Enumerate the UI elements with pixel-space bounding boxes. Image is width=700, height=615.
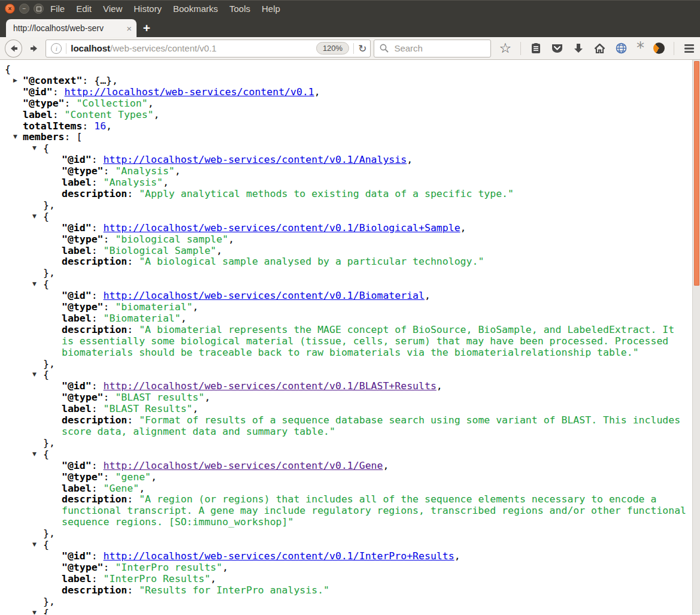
json-url-link[interactable]: http://localhost/web-services/content/v0… [104,380,437,392]
json-member-close: }, [0,528,687,540]
collapse-arrow-icon[interactable]: ▼ [32,610,37,615]
collapse-arrow-icon[interactable]: ▼ [32,281,37,287]
json-type-row: "@type": "Collection", [0,98,687,110]
json-url-link[interactable]: http://localhost/web-services/content/v0… [104,154,407,165]
extension-badge-icon[interactable] [653,43,665,54]
json-punctuation: }, [43,437,55,449]
json-punctuation: , [222,562,228,573]
json-string-value: "Format of results of a sequence databas… [62,414,680,437]
menu-edit[interactable]: Edit [76,4,92,14]
menu-view[interactable]: View [103,4,122,14]
json-punctuation: , [407,154,413,165]
json-punctuation: { [43,211,49,222]
collapse-arrow-icon[interactable]: ▼ [13,134,17,140]
json-url-link[interactable]: http://localhost/web-services/content/v0… [104,222,460,234]
active-tab[interactable]: http://localhost/web-serv × [6,19,137,37]
json-punctuation: : [82,75,94,86]
json-member-close: }, [0,268,687,279]
bookmark-star-icon[interactable]: ☆ [499,41,511,55]
json-url-link[interactable]: http://localhost/web-services/content/v0… [104,290,425,301]
menu-tools[interactable]: Tools [229,4,250,14]
urlbar-separator [353,43,354,54]
json-punctuation: : [104,562,116,573]
bookmarks-menu-icon[interactable] [530,43,542,54]
json-type-row: "@type": "biomaterial", [0,302,687,313]
json-key: label [62,483,92,494]
json-url-link[interactable]: http://localhost/web-services/content/v0… [104,460,383,471]
json-id-row: "@id": http://localhost/web-services/con… [0,551,687,562]
collapse-arrow-icon[interactable]: ▼ [32,372,37,377]
scrollbar-thumb[interactable] [694,61,699,286]
json-member-open: ▼{ [0,211,687,223]
maximize-icon [37,7,41,11]
json-string-value: "Analysis" [115,165,174,177]
json-key: "@type" [62,562,104,573]
menu-button[interactable] [683,43,695,54]
json-punctuation: }, [43,267,55,278]
zoom-level-badge[interactable]: 120% [316,42,349,54]
menu-help[interactable]: Help [262,4,280,14]
json-context-row: ▶"@context": {…}, [0,75,687,87]
window-maximize-button[interactable] [34,4,44,14]
menu-history[interactable]: History [134,4,162,14]
json-string-value: "Collection" [76,98,147,109]
window-minimize-button[interactable]: − [19,4,29,14]
json-punctuation: : [92,460,104,471]
downloads-icon[interactable] [572,43,584,54]
tab-close-icon[interactable]: × [126,23,132,34]
window-close-button[interactable]: × [5,4,15,14]
json-punctuation: : [127,493,139,505]
json-string-value: "Content Types" [65,109,154,120]
pocket-icon[interactable] [551,43,563,54]
json-string-value: "A biological sample analysed by a parti… [139,256,484,267]
collapse-arrow-icon[interactable]: ▶ [13,78,17,83]
collapse-arrow-icon[interactable]: ▼ [32,452,37,457]
json-punctuation: : [92,222,104,234]
json-id-row: "@id": http://localhost/web-services/con… [0,461,687,472]
json-member-open: ▼{ [0,143,687,154]
json-key: "@type" [62,392,104,403]
scrollbar[interactable] [692,60,700,614]
collapse-arrow-icon[interactable]: ▼ [32,542,37,547]
search-input[interactable] [393,43,486,54]
json-type-row: "@type": "Analysis", [0,166,687,177]
menu-file[interactable]: File [50,4,65,14]
tab-title: http://localhost/web-serv [13,23,124,33]
json-member-close: }, [0,359,687,370]
json-key: description [62,584,127,596]
json-root-open: { [0,64,687,75]
home-button[interactable] [593,43,606,54]
json-collapsed-object[interactable]: {…} [94,75,112,86]
json-type-row: "@type": "biological sample", [0,234,687,246]
browser-window: × − File Edit View History Bookmarks Too… [0,0,700,615]
json-description-row: description: "A biological sample analys… [0,256,687,268]
extension-splat-icon[interactable]: * [637,44,644,53]
json-url-link[interactable]: http://localhost/web-services/content/v0… [65,86,314,98]
json-punctuation: : [92,290,104,301]
url-bar[interactable]: i localhost/web-services/content/v0.1 12… [46,40,371,57]
json-label-row: label: "Content Types", [0,110,687,121]
forward-button[interactable] [25,40,43,57]
back-button[interactable] [5,40,22,57]
tab-bar: http://localhost/web-serv × + [0,17,700,37]
json-key: description [62,256,127,267]
site-info-icon[interactable]: i [51,43,62,54]
json-punctuation: , [425,290,431,301]
extension-globe-icon[interactable] [615,42,628,54]
page-content: { ▶"@context": {…}, "@id": http://localh… [0,60,700,614]
json-string-value: "A biomaterial represents the MAGE conce… [62,324,674,358]
new-tab-button[interactable]: + [137,19,157,37]
reload-icon[interactable]: ↻ [358,43,366,54]
json-url-link[interactable]: http://localhost/web-services/content/v0… [104,550,454,562]
collapse-arrow-icon[interactable]: ▼ [32,146,37,151]
json-key: "@type" [62,234,104,245]
menu-bookmarks[interactable]: Bookmarks [173,4,218,14]
json-punctuation: : [127,324,139,335]
toolbar-separator [674,42,674,55]
minimize-icon: − [23,6,26,12]
json-id-row: "@id": http://localhost/web-services/con… [0,154,687,166]
json-punctuation: , [228,234,234,245]
json-string-value: "InterPro Results" [104,573,211,584]
json-string-value: "Apply analytical methods to existing da… [139,188,514,199]
collapse-arrow-icon[interactable]: ▼ [32,214,37,219]
